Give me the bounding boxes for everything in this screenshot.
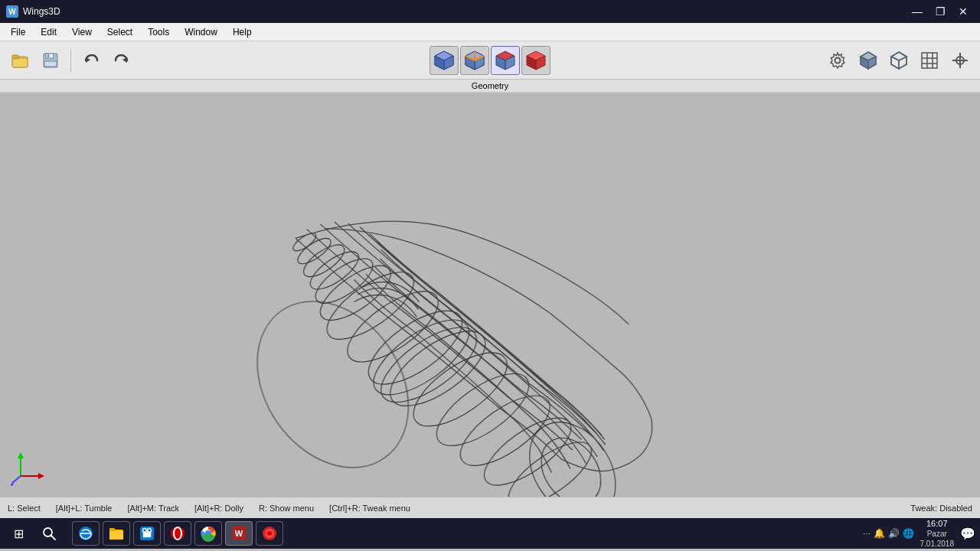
menu-item-edit[interactable]: Edit [33, 23, 64, 41]
svg-marker-67 [38, 473, 44, 479]
mode-buttons [430, 46, 550, 75]
view-wire-button[interactable] [885, 47, 913, 74]
open-folder-button[interactable] [6, 47, 34, 74]
right-toolbar [824, 47, 974, 74]
viewport[interactable] [0, 93, 980, 497]
network-icon: 🌐 [903, 528, 914, 539]
status-tumble: [Alt]+L: Tumble [56, 504, 113, 513]
title-bar: W Wings3D — ❐ ✕ [0, 0, 980, 23]
svg-point-60 [511, 406, 633, 497]
taskbar-right: ⋯ 🔔 🔊 🌐 16:07 Pazar 7.01.2018 💬 [863, 518, 976, 549]
svg-text:W: W [235, 529, 243, 538]
svg-marker-65 [18, 452, 24, 458]
notification-center-button[interactable]: 💬 [960, 527, 975, 541]
geometry-label: Geometry [0, 80, 980, 93]
status-mode: L: Select [8, 504, 41, 513]
taskbar-opera[interactable] [164, 521, 191, 546]
volume-icon: 🔊 [888, 528, 900, 539]
clock-date: Pazar 7.01.2018 [920, 529, 955, 549]
tray-expand[interactable]: ⋯ [863, 530, 871, 538]
redo-button[interactable] [108, 47, 136, 74]
status-tweak-menu: [Ctrl]+R: Tweak menu [329, 504, 410, 513]
start-button[interactable]: ⊞ [5, 521, 32, 546]
system-tray: ⋯ 🔔 🔊 🌐 [863, 528, 914, 539]
app-logo: W [6, 5, 18, 18]
svg-line-71 [51, 536, 56, 540]
svg-rect-74 [109, 528, 115, 531]
edge-mode-button[interactable] [460, 46, 489, 75]
title-bar-left: W Wings3D [6, 5, 60, 18]
svg-marker-34 [891, 57, 899, 69]
view-solid-button[interactable] [854, 47, 882, 74]
settings-button[interactable] [824, 47, 851, 74]
object-mode-button[interactable] [521, 46, 550, 75]
svg-rect-6 [44, 61, 57, 67]
menu-item-window[interactable]: Window [177, 23, 225, 41]
taskbar-file-explorer[interactable] [103, 521, 130, 546]
svg-point-46 [474, 406, 580, 497]
svg-point-44 [226, 272, 439, 497]
svg-marker-32 [891, 52, 906, 60]
toolbar [0, 41, 980, 80]
taskbar-store[interactable] [133, 521, 161, 546]
close-button[interactable]: ✕ [952, 3, 974, 20]
snap-button[interactable] [946, 47, 974, 74]
svg-rect-35 [922, 53, 937, 68]
menu-item-help[interactable]: Help [225, 23, 260, 41]
toolbar-separator-1 [70, 49, 71, 72]
3d-model [0, 93, 980, 497]
svg-point-26 [835, 57, 841, 63]
svg-rect-1 [12, 58, 28, 67]
clock-time: 16:07 [920, 518, 955, 529]
svg-point-43 [959, 59, 962, 61]
system-clock[interactable]: 16:07 Pazar 7.01.2018 [920, 518, 955, 549]
svg-rect-75 [109, 531, 123, 540]
notification-icon: 🔔 [874, 528, 885, 539]
undo-button[interactable] [77, 47, 105, 74]
menu-bar: FileEditViewSelectToolsWindowHelp [0, 23, 980, 41]
taskbar-edge-browser[interactable] [72, 521, 100, 546]
svg-point-51 [357, 298, 473, 399]
menu-item-select[interactable]: Select [100, 23, 140, 41]
taskbar-obs[interactable] [256, 521, 283, 546]
svg-marker-8 [122, 57, 127, 63]
status-tweak: Tweak: Disabled [910, 504, 972, 513]
svg-marker-33 [899, 57, 906, 69]
save-button[interactable] [37, 47, 64, 74]
status-track: [Alt]+M: Track [128, 504, 180, 513]
window-controls: — ❐ ✕ [906, 3, 974, 20]
face-mode-button[interactable] [491, 46, 520, 75]
svg-rect-4 [46, 54, 54, 58]
vertex-mode-button[interactable] [430, 46, 459, 75]
menu-item-tools[interactable]: Tools [140, 23, 177, 41]
svg-rect-5 [47, 54, 49, 57]
svg-rect-2 [12, 55, 18, 59]
menu-item-file[interactable]: File [3, 23, 33, 41]
svg-marker-69 [10, 480, 15, 486]
window-title: Wings3D [23, 6, 60, 17]
taskbar: ⊞ [0, 518, 980, 549]
status-bar: L: Select [Alt]+L: Tumble [Alt]+M: Track… [0, 497, 980, 518]
maximize-button[interactable]: ❐ [929, 3, 951, 20]
svg-point-57 [299, 240, 349, 283]
taskbar-wings3d[interactable]: W [225, 521, 253, 546]
status-dolly: [Alt]+R: Dolly [194, 504, 243, 513]
viewport-label: Geometry [472, 81, 508, 90]
status-show-menu: R: Show menu [259, 504, 314, 513]
grid-button[interactable] [916, 47, 943, 74]
svg-point-61 [529, 427, 613, 497]
menu-item-view[interactable]: View [64, 23, 100, 41]
minimize-button[interactable]: — [906, 3, 928, 20]
taskbar-chrome[interactable] [194, 521, 222, 546]
svg-point-79 [171, 527, 185, 540]
axis-indicator [9, 449, 47, 487]
svg-marker-7 [86, 57, 90, 63]
search-button[interactable] [35, 521, 63, 546]
svg-point-87 [267, 531, 272, 536]
